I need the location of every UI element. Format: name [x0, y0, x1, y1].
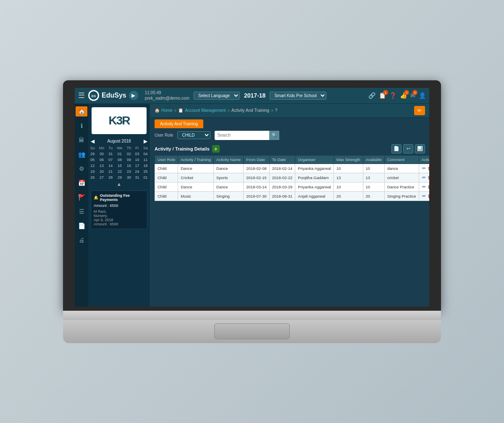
table-cell: 2018-02-15 — [244, 173, 270, 182]
table-column-header: Activity / Training — [178, 155, 214, 164]
calendar-day[interactable]: 15 — [115, 163, 125, 169]
hamburger-icon[interactable]: ☰ — [78, 91, 85, 100]
calendar-day[interactable]: 06 — [97, 157, 107, 163]
user-icon[interactable]: 👤 — [419, 92, 426, 99]
school-select[interactable]: Smart Kids Pre School — [270, 92, 326, 100]
calendar-day[interactable]: 11 — [141, 157, 150, 163]
breadcrumb-help[interactable]: ? — [275, 108, 278, 113]
list-icon[interactable]: 📋1 — [379, 92, 386, 99]
table-column-header: Action — [419, 155, 429, 164]
forward-button[interactable]: ▶ — [129, 91, 138, 100]
link-icon[interactable]: 🔗 — [368, 92, 375, 99]
calendar-day[interactable]: 08 — [115, 157, 125, 163]
sidebar-item-settings[interactable]: ⚙ — [76, 164, 87, 174]
calendar-day[interactable]: 19 — [88, 169, 97, 174]
calendar-day[interactable]: 29 — [88, 151, 97, 157]
calendar-day[interactable]: 30 — [125, 174, 133, 180]
row-edit-button[interactable]: ✏ — [422, 165, 426, 172]
table-cell: Singing Practice — [384, 191, 419, 201]
screen: ☰ ES EduSys ▶ 11:05:49 prek_sadm@demo.co… — [75, 88, 429, 307]
export-back-button[interactable]: ↩ — [403, 144, 413, 153]
sidebar-item-print[interactable]: 🖨 — [76, 235, 87, 245]
table-cell: Poojitha Gaddam — [295, 173, 334, 182]
calendar-day[interactable]: 09 — [125, 157, 133, 163]
table-row: ChildCricketSports2018-02-152018-02-22Po… — [155, 173, 430, 182]
calendar-day[interactable]: 10 — [133, 157, 141, 163]
calendar-day[interactable]: 31 — [106, 151, 115, 157]
calendar-day[interactable]: 31 — [133, 174, 141, 180]
calendar-day[interactable]: 28 — [106, 174, 115, 180]
table-column-header: Organiser — [295, 155, 334, 164]
add-activity-button[interactable]: + — [212, 145, 220, 153]
calendar-day[interactable]: 26 — [88, 174, 97, 180]
row-delete-button[interactable]: 🗑 — [427, 184, 429, 190]
time-area: 11:05:49 prek_sadm@demo.com — [145, 90, 189, 101]
table-cell: Singing — [214, 191, 244, 201]
table-cell: 20 — [334, 191, 363, 201]
table-cell: Dance Practice — [384, 182, 419, 191]
sidebar-item-info[interactable]: ℹ — [76, 121, 87, 131]
mail-badge: 0 — [412, 90, 417, 95]
sidebar-item-bank[interactable]: 🏛 — [76, 135, 87, 145]
table-cell: 2018-08-31 — [269, 191, 295, 201]
calendar-day[interactable]: 27 — [97, 174, 107, 180]
calendar-day[interactable]: 24 — [133, 169, 141, 174]
table-cell: Dance — [178, 182, 214, 191]
table-row: ChildDanceDance2018-02-082018-02-14Priya… — [155, 164, 430, 173]
row-edit-button[interactable]: ✏ — [422, 174, 426, 181]
sidebar-item-users[interactable]: 👥 — [76, 149, 87, 159]
calendar-day[interactable]: 25 — [141, 169, 150, 174]
calendar-day[interactable]: 30 — [97, 151, 107, 157]
breadcrumb-account[interactable]: Account Management — [185, 108, 226, 113]
row-delete-button[interactable]: 🗑 — [427, 165, 429, 172]
user-role-select[interactable]: CHILD — [177, 131, 210, 139]
calendar-day[interactable]: 18 — [141, 163, 150, 169]
calendar-day[interactable]: 07 — [106, 157, 115, 163]
calendar-day[interactable]: 05 — [88, 157, 97, 163]
tab-activity-training[interactable]: Activity And Training — [155, 119, 203, 128]
calendar-day[interactable]: 22 — [115, 169, 125, 174]
sidebar-item-calendar[interactable]: 📅 — [76, 178, 87, 188]
calendar-day[interactable]: 16 — [125, 163, 133, 169]
sidebar-item-flag[interactable]: 🚩 — [76, 192, 87, 202]
calendar-day[interactable]: 29 — [115, 174, 125, 180]
language-select[interactable]: Select Language — [194, 92, 240, 100]
outstanding-box: 🔔 Outstanding Fee Payments Amount : 6500… — [91, 190, 147, 229]
sidebar-item-home[interactable]: 🏠 — [76, 106, 87, 116]
calendar-day[interactable]: 14 — [106, 163, 115, 169]
calendar-day[interactable]: 20 — [97, 169, 107, 174]
trackpad[interactable] — [214, 323, 290, 339]
mail-icon[interactable]: ✉0 — [410, 92, 415, 99]
calendar-day[interactable]: 03 — [133, 151, 141, 157]
edit-button[interactable]: ✏ — [414, 106, 425, 115]
calendar-day[interactable]: 02 — [125, 151, 133, 157]
calendar-day[interactable]: 01 — [141, 174, 150, 180]
outstanding-amount: Amount : 6500 — [94, 204, 144, 208]
calendar-day[interactable]: 21 — [106, 169, 115, 174]
sidebar-item-doc[interactable]: 📄 — [76, 221, 87, 231]
app-name: EduSys — [102, 92, 126, 99]
row-edit-button[interactable]: ✏ — [422, 193, 426, 199]
help-icon[interactable]: ❓ — [389, 92, 396, 99]
row-edit-button[interactable]: ✏ — [422, 184, 426, 190]
calendar-day[interactable]: 17 — [133, 163, 141, 169]
calendar-day[interactable]: 23 — [125, 169, 133, 174]
calendar-day[interactable]: 04 — [141, 151, 150, 157]
calendar-day[interactable]: 12 — [88, 163, 97, 169]
calendar-up-button[interactable]: ▲ — [117, 181, 122, 187]
search-button[interactable]: 🔍 — [269, 131, 279, 140]
calendar-prev[interactable]: ◀ — [91, 138, 94, 144]
sidebar-item-list[interactable]: ☰ — [76, 206, 87, 217]
calendar-day[interactable]: 13 — [97, 163, 107, 169]
search-input[interactable] — [215, 133, 269, 137]
like-icon[interactable]: 👍0 — [400, 92, 407, 99]
table-cell: Child — [155, 173, 178, 182]
calendar-day[interactable]: 01 — [115, 151, 125, 157]
row-delete-button[interactable]: 🗑 — [427, 193, 429, 199]
export-pdf-button[interactable]: 📄 — [391, 144, 402, 153]
calendar-next[interactable]: ▶ — [144, 138, 147, 144]
breadcrumb-home[interactable]: Home — [161, 108, 173, 113]
row-delete-button[interactable]: 🗑 — [427, 174, 429, 181]
table-cell: Cricket — [178, 173, 214, 182]
export-excel-button[interactable]: 📊 — [415, 144, 425, 153]
